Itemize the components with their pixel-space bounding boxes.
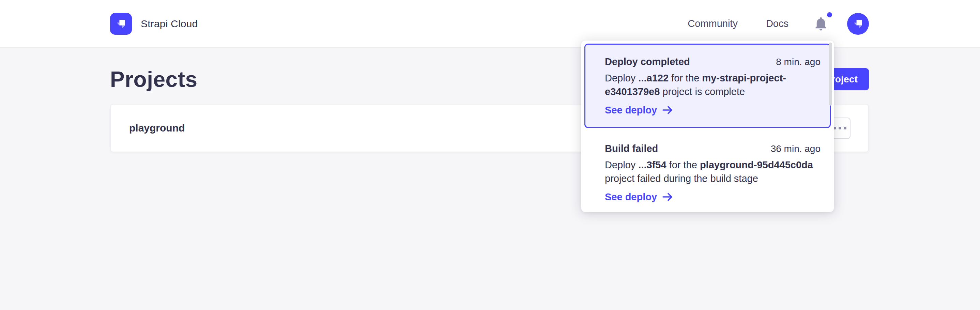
dropdown-scrollbar-thumb[interactable] (829, 43, 832, 106)
notification-body-text: project failed during the build stage (605, 173, 758, 184)
notification-body-text: project is complete (660, 86, 745, 97)
deploy-id: ...a122 (638, 73, 668, 83)
brand-name: Strapi Cloud (141, 18, 198, 30)
notification-timestamp: 36 min. ago (771, 143, 821, 154)
deploy-id: ...3f54 (638, 159, 666, 170)
notifications-button[interactable] (813, 15, 829, 33)
strapi-avatar-icon (851, 16, 865, 31)
see-deploy-label: See deploy (605, 103, 657, 118)
notification-title: Deploy completed (605, 54, 690, 69)
bell-icon (813, 15, 829, 33)
user-avatar[interactable] (847, 13, 869, 35)
project-id: playground-95d445c0da (700, 159, 813, 170)
nav-link-docs[interactable]: Docs (766, 18, 789, 29)
notification-body-text: for the (667, 159, 700, 170)
notification-item-deploy-completed[interactable]: Deploy completed 8 min. ago Deploy ...a1… (584, 44, 831, 128)
notification-body: Deploy ...3f54 for the playground-95d445… (605, 158, 821, 185)
project-name: playground (129, 122, 185, 134)
arrow-right-icon (662, 192, 673, 202)
notification-header: Deploy completed 8 min. ago (605, 54, 821, 69)
notification-body-text: Deploy (605, 159, 638, 170)
ellipsis-icon (844, 127, 846, 129)
ellipsis-icon (838, 127, 841, 129)
brand-link[interactable]: Strapi Cloud (110, 13, 198, 35)
see-deploy-link[interactable]: See deploy (605, 103, 673, 118)
nav-link-community[interactable]: Community (687, 18, 738, 29)
notification-title: Build failed (605, 141, 658, 156)
header-actions: Community Docs (687, 13, 869, 35)
arrow-right-icon (662, 105, 673, 115)
page-title: Projects (110, 66, 197, 93)
strapi-logo-icon (110, 13, 132, 35)
notification-body: Deploy ...a122 for the my-strapi-project… (605, 71, 821, 99)
see-deploy-label: See deploy (605, 189, 657, 204)
notification-timestamp: 8 min. ago (776, 57, 821, 67)
top-navbar: Strapi Cloud Community Docs (0, 0, 980, 48)
notification-item-build-failed[interactable]: Build failed 36 min. ago Deploy ...3f54 … (584, 128, 831, 208)
notification-header: Build failed 36 min. ago (605, 141, 821, 156)
notification-body-text: for the (668, 73, 702, 83)
notifications-dropdown: Deploy completed 8 min. ago Deploy ...a1… (581, 41, 834, 212)
unread-notification-dot (827, 12, 832, 17)
see-deploy-link[interactable]: See deploy (605, 189, 673, 204)
notification-body-text: Deploy (605, 73, 638, 83)
